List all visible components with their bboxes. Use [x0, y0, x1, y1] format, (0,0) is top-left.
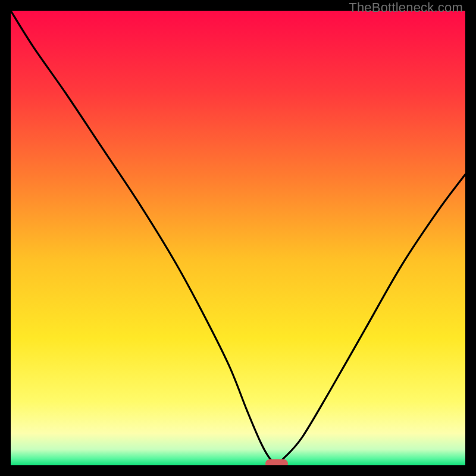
bottleneck-chart: TheBottleneck.com: [0, 0, 476, 476]
curve-layer: [11, 11, 465, 465]
watermark-text: TheBottleneck.com: [349, 0, 463, 15]
plot-area: [11, 11, 465, 465]
optimum-marker: [265, 459, 288, 465]
bottleneck-curve: [11, 11, 465, 463]
